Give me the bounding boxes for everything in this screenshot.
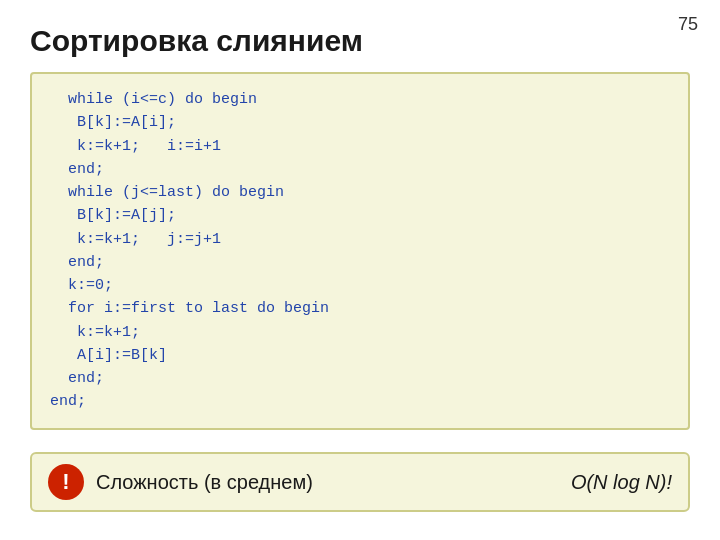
complexity-bar: ! Сложность (в среднем) O(N log N)! [30, 452, 690, 512]
code-line: end; [50, 158, 670, 181]
code-line: end; [50, 367, 670, 390]
code-block: while (i<=c) do begin B[k]:=A[i]; k:=k+1… [30, 72, 690, 430]
slide-title: Сортировка слиянием [30, 24, 690, 58]
code-line: end; [50, 251, 670, 274]
exclamation-icon: ! [48, 464, 84, 500]
code-line: k:=k+1; [50, 321, 670, 344]
slide-number: 75 [678, 14, 698, 35]
code-line: k:=0; [50, 274, 670, 297]
complexity-label: Сложность (в среднем) [96, 471, 559, 494]
slide: 75 Сортировка слиянием while (i<=c) do b… [0, 0, 720, 540]
code-line: B[k]:=A[j]; [50, 204, 670, 227]
code-line: A[i]:=B[k] [50, 344, 670, 367]
code-line: end; [50, 390, 670, 413]
code-line: k:=k+1; i:=i+1 [50, 135, 670, 158]
code-line: for i:=first to last do begin [50, 297, 670, 320]
complexity-formula: O(N log N)! [571, 471, 672, 494]
code-line: while (i<=c) do begin [50, 88, 670, 111]
code-line: B[k]:=A[i]; [50, 111, 670, 134]
code-line: k:=k+1; j:=j+1 [50, 228, 670, 251]
code-line: while (j<=last) do begin [50, 181, 670, 204]
